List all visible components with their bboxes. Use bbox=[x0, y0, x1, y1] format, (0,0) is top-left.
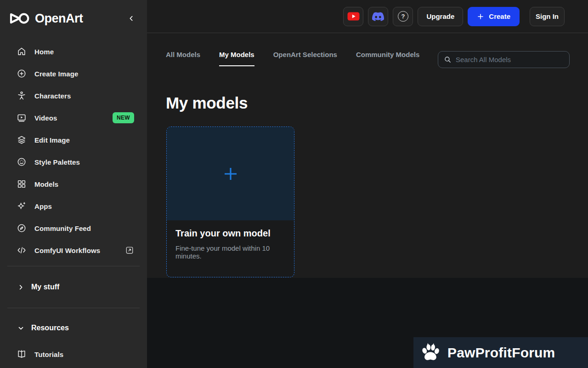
sparkles-icon bbox=[17, 201, 27, 211]
sidebar-item-label: Characters bbox=[34, 92, 71, 100]
model-tabs: All Models My Models OpenArt Selections … bbox=[166, 51, 419, 66]
sidebar-header: OpenArt bbox=[0, 0, 147, 37]
sidebar-item-label: Models bbox=[34, 180, 58, 188]
sidebar-collapse-button[interactable] bbox=[128, 15, 135, 22]
train-model-card[interactable]: Train your own model Fine-tune your mode… bbox=[166, 126, 294, 277]
sidebar: OpenArt Home Create Image bbox=[0, 0, 147, 368]
train-model-card-title: Train your own model bbox=[175, 228, 285, 239]
sidebar-item-style-palettes[interactable]: Style Palettes bbox=[0, 151, 147, 173]
chevron-left-icon bbox=[128, 15, 135, 22]
sidebar-item-label: Tutorials bbox=[34, 351, 63, 358]
home-icon bbox=[17, 46, 27, 57]
sidebar-item-my-stuff[interactable]: My stuff bbox=[0, 271, 147, 303]
sidebar-item-create-image[interactable]: Create Image bbox=[0, 63, 147, 85]
train-model-card-description: Fine-tune your model within 10 minutes. bbox=[175, 244, 285, 260]
sidebar-item-label: Edit Image bbox=[34, 136, 70, 144]
create-button-label: Create bbox=[489, 12, 510, 20]
help-icon: ? bbox=[398, 11, 408, 22]
sidebar-item-models[interactable]: Models bbox=[0, 173, 147, 195]
discord-button[interactable] bbox=[368, 7, 388, 26]
watermark-text: PawProfitForum bbox=[447, 345, 555, 361]
tab-openart-selections[interactable]: OpenArt Selections bbox=[273, 51, 337, 66]
app-root: OpenArt Home Create Image bbox=[0, 0, 588, 368]
watermark-banner: PawProfitForum bbox=[413, 337, 588, 368]
tab-my-models[interactable]: My Models bbox=[219, 51, 254, 66]
page-title: My models bbox=[166, 94, 248, 112]
search-box bbox=[438, 51, 570, 68]
sidebar-item-apps[interactable]: Apps bbox=[0, 195, 147, 217]
palette-icon bbox=[17, 157, 27, 167]
help-button[interactable]: ? bbox=[393, 7, 413, 26]
sidebar-nav: Home Create Image Characters Videos NEW bbox=[0, 40, 147, 261]
video-play-icon bbox=[17, 113, 27, 123]
youtube-button[interactable] bbox=[343, 7, 363, 26]
logo-wordmark: OpenArt bbox=[35, 12, 83, 26]
sidebar-item-comfyui-workflows[interactable]: ComfyUI Workflows bbox=[0, 239, 147, 261]
create-button[interactable]: Create bbox=[468, 7, 520, 26]
train-model-card-body: Train your own model Fine-tune your mode… bbox=[167, 220, 294, 268]
open-book-icon bbox=[17, 349, 27, 359]
plus-circle-icon bbox=[17, 69, 27, 79]
plus-icon bbox=[222, 165, 239, 183]
openart-logo-icon bbox=[9, 12, 30, 25]
divider bbox=[7, 266, 140, 266]
my-stuff-label: My stuff bbox=[31, 283, 59, 291]
paw-icon bbox=[419, 342, 441, 364]
compass-icon bbox=[17, 223, 27, 233]
sign-in-button[interactable]: Sign In bbox=[530, 7, 565, 26]
resources-label: Resources bbox=[31, 324, 69, 332]
code-brackets-icon bbox=[17, 245, 27, 255]
sidebar-item-videos[interactable]: Videos NEW bbox=[0, 107, 147, 129]
topbar: ? Upgrade Create Sign In bbox=[147, 0, 588, 33]
search-input[interactable] bbox=[456, 56, 564, 63]
grid-icon bbox=[17, 179, 27, 189]
openart-logo[interactable]: OpenArt bbox=[9, 12, 83, 26]
youtube-icon bbox=[347, 12, 360, 21]
new-badge: NEW bbox=[113, 112, 134, 123]
sidebar-item-edit-image[interactable]: Edit Image bbox=[0, 129, 147, 151]
sidebar-item-label: Community Feed bbox=[34, 224, 91, 232]
sidebar-item-label: Apps bbox=[34, 202, 52, 210]
sidebar-item-community-feed[interactable]: Community Feed bbox=[0, 217, 147, 239]
upgrade-button[interactable]: Upgrade bbox=[418, 7, 463, 26]
chevron-right-icon bbox=[17, 284, 24, 291]
search-icon bbox=[444, 56, 452, 63]
external-link-icon bbox=[125, 246, 134, 255]
chevron-down-icon bbox=[17, 325, 24, 332]
discord-icon bbox=[372, 12, 384, 21]
sidebar-item-label: Style Palettes bbox=[34, 158, 80, 166]
plus-icon bbox=[477, 13, 484, 20]
sidebar-item-label: Create Image bbox=[34, 70, 78, 78]
sidebar-item-label: ComfyUI Workflows bbox=[34, 247, 100, 254]
train-model-card-image bbox=[167, 127, 294, 220]
sidebar-item-label: Videos bbox=[34, 114, 57, 122]
star-person-icon bbox=[17, 91, 27, 101]
sidebar-item-tutorials[interactable]: Tutorials bbox=[0, 343, 147, 365]
sidebar-item-wiki[interactable]: Wiki bbox=[0, 365, 147, 368]
sidebar-item-characters[interactable]: Characters bbox=[0, 85, 147, 107]
sidebar-item-label: Home bbox=[34, 48, 54, 56]
tab-all-models[interactable]: All Models bbox=[166, 51, 200, 66]
layers-icon bbox=[17, 135, 27, 145]
main-content: All Models My Models OpenArt Selections … bbox=[147, 33, 588, 278]
sidebar-item-resources[interactable]: Resources bbox=[0, 313, 147, 343]
divider bbox=[7, 308, 140, 308]
tab-community-models[interactable]: Community Models bbox=[356, 51, 419, 66]
sidebar-item-home[interactable]: Home bbox=[0, 40, 147, 63]
